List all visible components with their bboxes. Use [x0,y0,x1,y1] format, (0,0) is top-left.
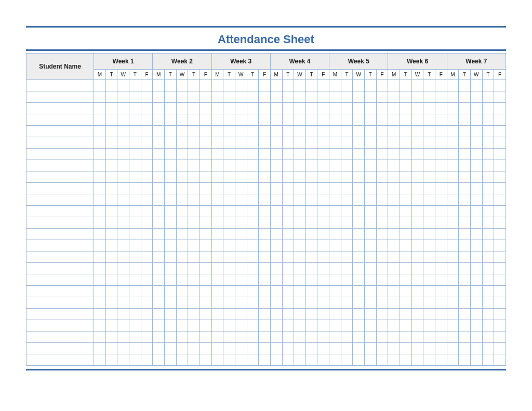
attendance-cell[interactable] [200,80,211,91]
attendance-cell[interactable] [270,309,282,320]
attendance-cell[interactable] [411,320,423,332]
attendance-cell[interactable] [94,297,106,309]
attendance-cell[interactable] [200,274,211,286]
attendance-cell[interactable] [482,114,494,126]
attendance-cell[interactable] [376,240,388,251]
attendance-cell[interactable] [353,286,365,297]
attendance-cell[interactable] [164,103,176,114]
attendance-cell[interactable] [365,274,377,286]
attendance-cell[interactable] [482,126,494,137]
attendance-cell[interactable] [200,137,211,149]
attendance-cell[interactable] [176,126,188,137]
attendance-cell[interactable] [329,80,341,91]
attendance-cell[interactable] [435,354,447,366]
attendance-cell[interactable] [494,343,506,354]
attendance-cell[interactable] [353,160,365,171]
attendance-cell[interactable] [305,263,317,274]
attendance-cell[interactable] [411,91,423,103]
attendance-cell[interactable] [423,137,435,149]
attendance-cell[interactable] [94,240,106,251]
attendance-cell[interactable] [329,286,341,297]
attendance-cell[interactable] [400,171,412,183]
attendance-cell[interactable] [105,114,117,126]
attendance-cell[interactable] [105,240,117,251]
attendance-cell[interactable] [471,263,483,274]
attendance-cell[interactable] [141,320,153,332]
attendance-cell[interactable] [153,80,165,91]
attendance-cell[interactable] [188,91,200,103]
attendance-cell[interactable] [482,217,494,229]
attendance-cell[interactable] [247,320,259,332]
attendance-cell[interactable] [435,343,447,354]
attendance-cell[interactable] [447,183,459,194]
attendance-cell[interactable] [153,171,165,183]
attendance-cell[interactable] [365,217,377,229]
attendance-cell[interactable] [388,206,400,217]
attendance-cell[interactable] [459,263,471,274]
student-name-cell[interactable] [26,354,94,366]
attendance-cell[interactable] [294,160,306,171]
attendance-cell[interactable] [376,332,388,343]
attendance-cell[interactable] [365,194,377,206]
attendance-cell[interactable] [329,103,341,114]
attendance-cell[interactable] [482,286,494,297]
attendance-cell[interactable] [94,309,106,320]
attendance-cell[interactable] [117,217,129,229]
attendance-cell[interactable] [211,354,223,366]
attendance-cell[interactable] [353,103,365,114]
attendance-cell[interactable] [400,263,412,274]
attendance-cell[interactable] [294,320,306,332]
attendance-cell[interactable] [176,343,188,354]
attendance-cell[interactable] [247,206,259,217]
attendance-cell[interactable] [247,332,259,343]
attendance-cell[interactable] [270,194,282,206]
attendance-cell[interactable] [117,126,129,137]
attendance-cell[interactable] [223,354,235,366]
attendance-cell[interactable] [211,126,223,137]
attendance-cell[interactable] [353,332,365,343]
attendance-cell[interactable] [188,320,200,332]
attendance-cell[interactable] [105,80,117,91]
attendance-cell[interactable] [176,91,188,103]
attendance-cell[interactable] [129,80,141,91]
attendance-cell[interactable] [247,263,259,274]
attendance-cell[interactable] [494,114,506,126]
attendance-cell[interactable] [270,91,282,103]
attendance-cell[interactable] [164,114,176,126]
attendance-cell[interactable] [435,251,447,263]
attendance-cell[interactable] [105,332,117,343]
attendance-cell[interactable] [365,80,377,91]
attendance-cell[interactable] [282,274,294,286]
attendance-cell[interactable] [494,91,506,103]
attendance-cell[interactable] [223,91,235,103]
attendance-cell[interactable] [176,194,188,206]
attendance-cell[interactable] [353,343,365,354]
attendance-cell[interactable] [317,217,329,229]
attendance-cell[interactable] [282,206,294,217]
attendance-cell[interactable] [411,206,423,217]
attendance-cell[interactable] [411,80,423,91]
attendance-cell[interactable] [153,354,165,366]
attendance-cell[interactable] [188,343,200,354]
attendance-cell[interactable] [494,240,506,251]
attendance-cell[interactable] [117,206,129,217]
attendance-cell[interactable] [317,126,329,137]
attendance-cell[interactable] [211,263,223,274]
attendance-cell[interactable] [305,286,317,297]
attendance-cell[interactable] [211,251,223,263]
attendance-cell[interactable] [105,229,117,240]
attendance-cell[interactable] [294,217,306,229]
attendance-cell[interactable] [376,354,388,366]
attendance-cell[interactable] [259,137,271,149]
attendance-cell[interactable] [447,229,459,240]
attendance-cell[interactable] [400,103,412,114]
attendance-cell[interactable] [376,103,388,114]
attendance-cell[interactable] [270,332,282,343]
attendance-cell[interactable] [117,114,129,126]
attendance-cell[interactable] [305,149,317,160]
attendance-cell[interactable] [176,103,188,114]
attendance-cell[interactable] [435,103,447,114]
attendance-cell[interactable] [329,297,341,309]
attendance-cell[interactable] [247,217,259,229]
attendance-cell[interactable] [211,309,223,320]
